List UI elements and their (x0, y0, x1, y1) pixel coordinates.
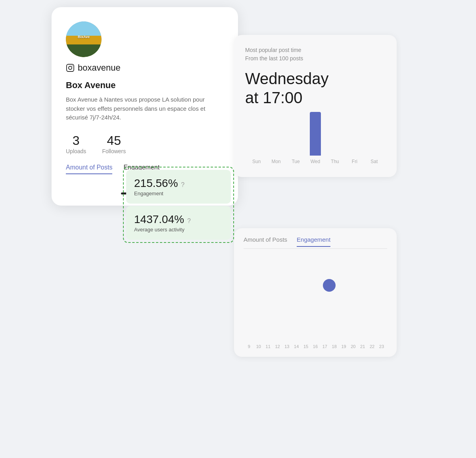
avatar-image (66, 21, 102, 57)
uploads-label: Uploads (66, 148, 86, 154)
x-label-10: 10 (254, 344, 263, 349)
engagement-label: Engagement (134, 191, 223, 196)
x-label-22: 22 (367, 344, 377, 349)
x-label-20: 20 (348, 344, 358, 349)
chart-tabs-card: Amount of Posts Engagement 9101112131415… (234, 228, 397, 357)
avatar (66, 21, 102, 57)
username-row: boxavenue (66, 63, 224, 73)
x-label-19: 19 (339, 344, 349, 349)
bar-label-mon: Mon (271, 159, 280, 164)
bar-col-fri: Fri (345, 156, 364, 164)
profile-display-name: Box Avenue (66, 80, 224, 90)
x-label-16: 16 (311, 344, 320, 349)
bar-wed (310, 112, 321, 156)
stats-row: 3 Uploads 45 Followers (66, 133, 224, 154)
bar-label-wed: Wed (311, 159, 320, 164)
x-label-13: 13 (282, 344, 292, 349)
uploads-stat: 3 Uploads (66, 133, 86, 154)
chart-tab-posts[interactable]: Amount of Posts (244, 236, 287, 247)
x-label-18: 18 (330, 344, 339, 349)
x-label-17: 17 (320, 344, 330, 349)
profile-tab-posts[interactable]: Amount of Posts (66, 164, 112, 174)
profile-bio: Box Avenue à Nantes vous propose LA solu… (66, 95, 224, 122)
followers-stat: 45 Followers (102, 133, 126, 154)
engagement-question: ? (181, 181, 184, 188)
bar-col-thu: Thu (325, 156, 345, 164)
x-axis-labels: 91011121314151617181920212223 (244, 344, 387, 349)
bar-label-sun: Sun (252, 159, 261, 164)
time-card-title: Wednesday at 17:00 (245, 69, 386, 107)
bar-label-thu: Thu (331, 159, 339, 164)
bar-chart: SunMonTueWedThuFriSat (245, 117, 386, 164)
bar-col-mon: Mon (266, 156, 286, 164)
green-overlay: 215.56% ? Engagement 1437.04% ? Average … (123, 167, 234, 243)
bar-col-wed: Wed (305, 112, 325, 164)
scene: boxavenue Box Avenue Box Avenue à Nantes… (0, 0, 476, 458)
time-card: Most popular post time From the last 100… (234, 35, 397, 177)
activity-stat: 1437.04% ? Average users activity (126, 206, 231, 240)
x-label-14: 14 (292, 344, 301, 349)
svg-rect-0 (67, 64, 74, 71)
activity-value: 1437.04% ? (134, 213, 223, 226)
bar-col-sun: Sun (247, 156, 266, 164)
x-label-23: 23 (377, 344, 386, 349)
data-point-dot (323, 279, 336, 292)
bar-label-fri: Fri (352, 159, 357, 164)
chart-tab-engagement[interactable]: Engagement (297, 236, 330, 247)
x-label-21: 21 (358, 344, 367, 349)
engagement-value: 215.56% ? (134, 177, 223, 190)
x-label-15: 15 (301, 344, 311, 349)
instagram-icon (66, 64, 75, 72)
username: boxavenue (78, 63, 121, 73)
activity-label: Average users activity (134, 227, 223, 233)
dot-chart-area (244, 255, 387, 343)
x-label-11: 11 (263, 344, 273, 349)
bar-label-tue: Tue (292, 159, 299, 164)
bar-col-sat: Sat (365, 156, 384, 164)
bar-col-tue: Tue (286, 156, 305, 164)
followers-count: 45 (102, 133, 126, 148)
x-label-12: 12 (273, 344, 282, 349)
time-card-subtitle: Most popular post time From the last 100… (245, 46, 386, 63)
svg-point-1 (69, 66, 72, 69)
engagement-stat: 215.56% ? Engagement (126, 170, 231, 204)
x-label-9: 9 (244, 344, 254, 349)
bar-label-sat: Sat (370, 159, 378, 164)
svg-point-2 (72, 65, 73, 66)
followers-label: Followers (102, 148, 126, 154)
uploads-count: 3 (66, 133, 86, 148)
activity-question: ? (187, 217, 191, 224)
chart-tabs-row: Amount of Posts Engagement (244, 236, 387, 249)
